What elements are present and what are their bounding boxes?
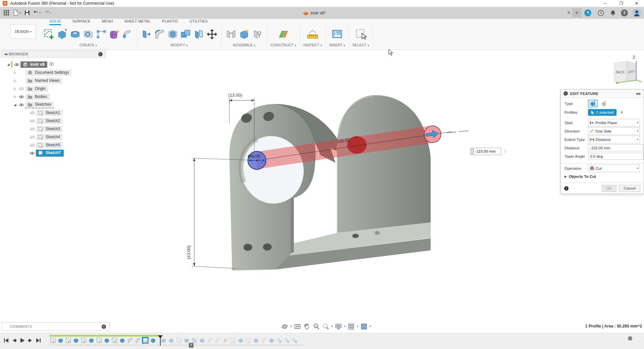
view-cube[interactable]: BACK LEFT Z (614, 55, 642, 84)
dimension-height-label[interactable]: (43.00) (186, 245, 191, 259)
combine-icon[interactable] (180, 28, 192, 40)
notifications-bell-icon[interactable] (609, 9, 616, 16)
go-to-end-button[interactable] (36, 338, 41, 343)
distance-input[interactable] (588, 144, 644, 151)
browser-item-sketch3[interactable]: Sketch3 (1, 125, 106, 133)
collapse-panel-icon[interactable]: ◀◀ (4, 53, 7, 56)
browser-item-named-views[interactable]: ▷Named Views (1, 77, 106, 85)
expand-open-icon[interactable]: ◢ (12, 103, 18, 106)
zoom-window-icon[interactable] (322, 323, 329, 330)
help-icon[interactable]: ? (621, 9, 628, 16)
timeline-feature-sketch[interactable] (142, 337, 149, 344)
timeline-feature-mirror[interactable] (222, 337, 228, 344)
display-settings-caret[interactable]: ▾ (344, 325, 345, 328)
ribbon-tab-mesh[interactable]: MESH (102, 19, 113, 25)
type-extrude-button[interactable] (588, 100, 598, 107)
step-forward-button[interactable] (28, 338, 33, 343)
browser-header[interactable]: ◀◀ BROWSER − (1, 50, 106, 58)
group-label-construct[interactable]: CONSTRUCT ▾ (270, 43, 296, 47)
visibility-on-icon[interactable] (13, 63, 20, 66)
browser-item-instr-v6[interactable]: ◢instr v6 (1, 60, 106, 68)
visibility-off-icon[interactable] (29, 143, 36, 147)
floating-distance-input[interactable] (474, 148, 501, 155)
file-menu-icon[interactable] (13, 10, 19, 16)
timeline-feature-extrude[interactable] (183, 337, 190, 344)
construction-plane-icon[interactable] (277, 28, 289, 40)
timeline-feature-sketch[interactable] (175, 337, 182, 344)
display-settings-icon[interactable] (335, 323, 342, 330)
joint-origin-icon[interactable] (251, 28, 263, 40)
ribbon-tab-utilities[interactable]: UTILITIES (190, 19, 208, 25)
group-label-assemble[interactable]: ASSEMBLE ▾ (233, 43, 256, 47)
browser-item-bodies[interactable]: ▷Bodies (1, 93, 106, 101)
timeline-feature-sketch[interactable] (49, 337, 56, 344)
form-icon[interactable] (108, 28, 120, 40)
timeline-feature-sketch[interactable] (65, 337, 71, 344)
start-dropdown[interactable]: Profile Plane▾ (588, 119, 640, 127)
timeline-feature-sketch[interactable] (245, 337, 252, 344)
look-at-icon[interactable] (294, 323, 301, 330)
extent-type-dropdown[interactable]: Distance▾ (588, 136, 640, 143)
group-label-create[interactable]: CREATE ▾ (79, 43, 97, 47)
undo-caret[interactable]: ▾ (39, 11, 41, 14)
zoom-window-caret[interactable]: ▾ (331, 325, 333, 328)
timeline-feature-extrude[interactable] (103, 337, 110, 344)
redo-icon[interactable] (44, 10, 50, 16)
expand-closed-icon[interactable]: ▷ (12, 87, 18, 90)
fillet-icon[interactable] (154, 28, 166, 40)
visibility-on-icon[interactable] (29, 151, 36, 155)
timeline-feature-extrude[interactable] (119, 337, 125, 344)
timeline-feature-extrude[interactable] (57, 337, 64, 344)
timeline-feature-extrude[interactable] (237, 337, 244, 344)
hole-icon[interactable] (82, 28, 94, 40)
timeline-feature-extrude[interactable] (199, 337, 205, 344)
document-tab[interactable]: instr v6* (303, 8, 326, 18)
timeline-feature-fillet[interactable] (260, 337, 267, 344)
select-window-icon[interactable] (355, 28, 367, 40)
objects-to-cut-expander[interactable]: ▶ Objects To Cut (561, 172, 644, 181)
comments-add-icon[interactable]: + (102, 325, 106, 329)
orbit-icon[interactable] (281, 323, 288, 330)
revolve-icon[interactable] (69, 28, 81, 40)
expand-closed-icon[interactable]: ▷ (12, 71, 18, 74)
job-status-icon[interactable] (597, 9, 604, 16)
taper-angle-input[interactable] (588, 153, 644, 160)
direction-dropdown[interactable]: One Side▾ (588, 127, 640, 135)
timeline-feature-extrude[interactable] (150, 337, 156, 344)
measure-icon[interactable] (307, 28, 319, 40)
visibility-on-icon[interactable] (18, 95, 25, 99)
cancel-button[interactable]: Cancel (619, 185, 640, 192)
sweep-icon[interactable] (121, 28, 133, 40)
browser-item-document-settings[interactable]: ▷Document Settings (1, 68, 106, 77)
dialog-dock-icon[interactable]: ▶▶ (636, 92, 641, 95)
extrude-icon[interactable] (56, 28, 68, 40)
group-label-select[interactable]: SELECT ▾ (352, 43, 369, 47)
timeline-feature-sketch[interactable] (229, 337, 236, 344)
browser-item-sketches[interactable]: ◢Sketches (1, 101, 106, 109)
minimize-button[interactable]: – (600, 1, 610, 6)
browser-item-sketch2[interactable]: Sketch2 (1, 117, 106, 125)
timeline-feature-extrude[interactable] (72, 337, 79, 344)
ribbon-tab-sheet-metal[interactable]: SHEET METAL (124, 19, 151, 25)
dialog-header[interactable]: − EDIT FEATURE ▶▶ (561, 90, 644, 98)
timeline-feature-fillet[interactable] (214, 337, 221, 344)
type-thin-extrude-button[interactable] (599, 100, 609, 107)
timeline-track[interactable] (49, 345, 304, 345)
new-tab-button[interactable]: + (572, 8, 581, 17)
pattern-icon[interactable] (95, 28, 107, 40)
timeline-feature-extrude[interactable] (168, 337, 174, 344)
visibility-off-icon[interactable] (18, 87, 25, 91)
timeline-feature-sketch[interactable] (80, 337, 87, 344)
ribbon-tab-solid[interactable]: SOLID (49, 19, 61, 25)
timeline-feature-joint[interactable] (283, 337, 290, 344)
ribbon-tab-plastic[interactable]: PLASTIC (162, 19, 178, 25)
canvas-icon[interactable] (331, 28, 343, 40)
comments-bar[interactable]: COMMENTS + (2, 322, 110, 331)
browser-item-origin[interactable]: ▷Origin (1, 85, 106, 93)
create-sketch-icon[interactable] (43, 28, 55, 40)
dimension-diameter-label[interactable]: Ø8.00 (248, 154, 260, 159)
press-pull-icon[interactable] (141, 28, 153, 40)
orbit-caret[interactable]: ▾ (290, 325, 292, 328)
browser-item-sketch4[interactable]: Sketch4 (1, 133, 106, 141)
viewports-caret[interactable]: ▾ (370, 325, 371, 328)
